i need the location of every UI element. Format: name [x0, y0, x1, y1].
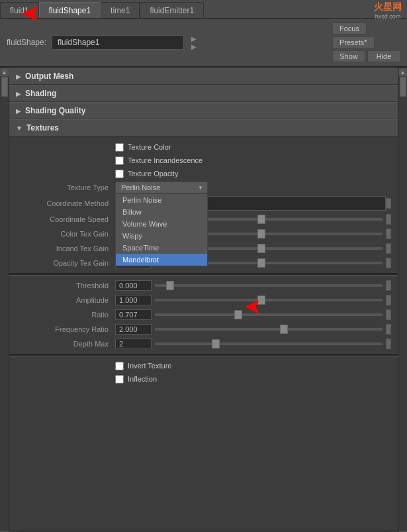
- texture-type-row: Texture Type Perlin Noise Perlin Noise B…: [9, 180, 398, 195]
- opacity-tex-gain-thumb[interactable]: [257, 258, 265, 268]
- threshold-track[interactable]: [155, 284, 383, 287]
- incand-tex-gain-end: [386, 243, 391, 254]
- ratio-row: Ratio: [9, 307, 398, 322]
- header: fluidShape: ▶ ▶ Focus Presets* Show Hide: [0, 19, 407, 68]
- amplitude-thumb[interactable]: [257, 295, 265, 305]
- texture-type-dropdown-list: Perlin Noise Billow Volume Wave Wispy Sp…: [115, 193, 208, 266]
- show-button[interactable]: Show: [332, 50, 365, 62]
- header-buttons: Focus Presets* Show Hide: [332, 23, 400, 62]
- depth-max-end: [386, 339, 391, 349]
- coordinate-method-end: [386, 198, 391, 209]
- fluid-shape-input[interactable]: [52, 35, 184, 50]
- dropdown-item-spacetime[interactable]: SpaceTime: [116, 242, 207, 254]
- amplitude-label: Amplitude: [16, 296, 109, 304]
- frequency-ratio-label: Frequency Ratio: [16, 325, 109, 333]
- section-shading-quality[interactable]: ▶ Shading Quality: [9, 102, 398, 119]
- right-scroll-thumb[interactable]: [400, 77, 406, 97]
- section-textures[interactable]: ▼ Textures: [9, 119, 398, 136]
- texture-type-dropdown-container: Perlin Noise Perlin Noise Billow Volume …: [115, 182, 208, 193]
- coordinate-speed-thumb[interactable]: [257, 215, 265, 224]
- threshold-label: Threshold: [16, 282, 109, 290]
- incand-tex-gain-label: Incand Tex Gain: [16, 244, 109, 252]
- frequency-ratio-track[interactable]: [155, 328, 383, 331]
- amplitude-row: Amplitude: [9, 293, 398, 307]
- coordinate-speed-label: Coordinate Speed: [16, 215, 109, 223]
- arrow-right-icon-1[interactable]: ▶: [189, 35, 199, 42]
- ratio-track[interactable]: [155, 313, 383, 316]
- threshold-end: [386, 280, 391, 291]
- separator-1: [9, 273, 398, 276]
- frequency-ratio-row: Frequency Ratio: [9, 322, 398, 337]
- invert-texture-checkbox[interactable]: [115, 362, 124, 370]
- dropdown-item-wispy[interactable]: Wispy: [116, 230, 207, 242]
- ratio-thumb[interactable]: [234, 310, 242, 319]
- scroll-up-arrow[interactable]: ▲: [0, 68, 9, 77]
- arrow-right-icon-2[interactable]: ▶: [189, 43, 199, 50]
- collapse-triangle-shading: ▶: [16, 90, 21, 97]
- amplitude-end: [386, 295, 391, 305]
- frequency-ratio-input[interactable]: [115, 324, 152, 335]
- frequency-ratio-thumb[interactable]: [280, 325, 288, 334]
- collapse-triangle-shading-quality: ▶: [16, 107, 21, 115]
- incand-tex-gain-thumb[interactable]: [257, 244, 265, 253]
- dropdown-item-volume-wave[interactable]: Volume Wave: [116, 218, 207, 230]
- section-output-mesh[interactable]: ▶ Output Mesh: [9, 68, 398, 85]
- collapse-triangle-output-mesh: ▶: [16, 73, 21, 80]
- texture-type-dropdown-btn[interactable]: Perlin Noise: [115, 182, 208, 193]
- logo: 火星网 hxsd.com: [374, 1, 402, 20]
- texture-type-label: Texture Type: [16, 184, 109, 191]
- section-shading[interactable]: ▶ Shading: [9, 85, 398, 102]
- coordinate-method-label: Coordinate Method: [16, 199, 109, 207]
- ratio-label: Ratio: [16, 311, 109, 319]
- dropdown-item-billow[interactable]: Billow: [116, 206, 207, 218]
- amplitude-track[interactable]: [155, 299, 383, 301]
- depth-max-row: Depth Max: [9, 337, 398, 351]
- depth-max-track[interactable]: [155, 343, 383, 345]
- header-icons: ▶ ▶: [189, 35, 199, 50]
- color-tex-gain-label: Color Tex Gain: [16, 230, 109, 238]
- coordinate-speed-end: [386, 214, 391, 225]
- threshold-thumb[interactable]: [166, 281, 174, 290]
- depth-max-thumb[interactable]: [212, 339, 220, 348]
- frequency-ratio-end: [386, 324, 391, 335]
- dropdown-item-mandelbrot[interactable]: Mandelbrot: [116, 254, 207, 266]
- collapse-triangle-textures: ▼: [16, 125, 23, 132]
- ratio-end: [386, 309, 391, 320]
- depth-max-input[interactable]: [115, 339, 152, 349]
- texture-color-checkbox[interactable]: [115, 143, 124, 152]
- presets-button[interactable]: Presets*: [332, 36, 375, 48]
- texture-incandescence-checkbox[interactable]: [115, 156, 124, 165]
- scroll-track: [1, 77, 9, 531]
- opacity-tex-gain-label: Opacity Tex Gain: [16, 259, 109, 267]
- threshold-row: Threshold: [9, 278, 398, 293]
- panel-body: ▶ Output Mesh ▶ Shading ▶ Shading Qualit…: [9, 68, 398, 532]
- tab-fluidshape1[interactable]: fluidShape1: [39, 2, 101, 18]
- inflection-row: Inflection: [9, 372, 398, 386]
- tab-time1[interactable]: time1: [101, 2, 140, 18]
- separator-2: [9, 354, 398, 356]
- tab-fluidemitter1[interactable]: fluidEmitter1: [140, 2, 204, 18]
- scroll-thumb[interactable]: [1, 77, 8, 97]
- hide-button[interactable]: Hide: [367, 50, 400, 62]
- tab-fluid1[interactable]: fluid1: [0, 2, 39, 18]
- color-tex-gain-thumb[interactable]: [257, 229, 265, 239]
- texture-opacity-row: Texture Opacity: [9, 167, 398, 180]
- tab-bar: fluid1 fluidShape1 time1 fluidEmitter1 火…: [0, 0, 407, 19]
- ratio-input[interactable]: [115, 309, 152, 320]
- focus-button[interactable]: Focus: [332, 23, 367, 34]
- texture-opacity-checkbox[interactable]: [115, 170, 124, 178]
- right-scroll-up-arrow[interactable]: ▲: [398, 68, 408, 77]
- threshold-input[interactable]: [115, 280, 152, 291]
- dropdown-item-perlin-noise[interactable]: Perlin Noise: [116, 194, 207, 206]
- opacity-tex-gain-end: [386, 258, 391, 268]
- right-scrollbar[interactable]: ▲ ▼: [398, 68, 407, 532]
- fluid-shape-label: fluidShape:: [7, 38, 46, 47]
- left-scrollbar[interactable]: ▲ ▼: [0, 68, 9, 532]
- inflection-checkbox[interactable]: [115, 375, 124, 384]
- depth-max-label: Depth Max: [16, 340, 109, 348]
- invert-texture-row: Invert Texture: [9, 359, 398, 372]
- texture-color-row: Texture Color: [9, 140, 398, 154]
- texture-incandescence-row: Texture Incandescence: [9, 154, 398, 167]
- color-tex-gain-end: [386, 229, 391, 239]
- amplitude-input[interactable]: [115, 295, 152, 305]
